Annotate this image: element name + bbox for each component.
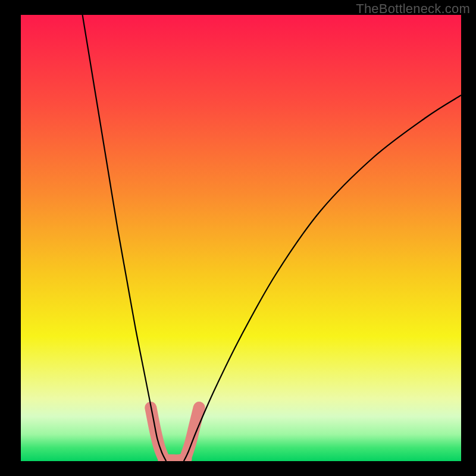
- chart-frame: TheBottleneck.com: [0, 0, 476, 476]
- plot-area: [21, 15, 461, 461]
- gradient-background: [21, 15, 461, 461]
- chart-svg: [21, 15, 461, 461]
